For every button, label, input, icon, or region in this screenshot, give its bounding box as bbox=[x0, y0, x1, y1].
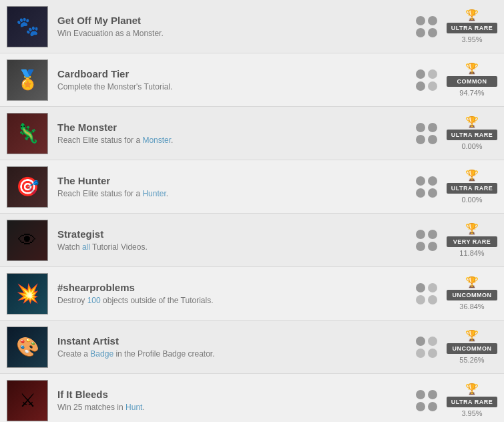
progress-dot bbox=[416, 81, 425, 91]
progress-dot bbox=[416, 69, 425, 79]
progress-dot bbox=[416, 16, 425, 25]
progress-dot bbox=[428, 230, 437, 239]
achievement-title: Strategist bbox=[57, 228, 416, 240]
achievement-icon: 💥 bbox=[7, 273, 48, 314]
rarity-percentage: 11.84% bbox=[459, 249, 484, 257]
achievement-desc: Complete the Monster's Tutorial. bbox=[57, 82, 416, 91]
progress-dot bbox=[428, 402, 437, 411]
achievement-icon: 🎨 bbox=[7, 327, 48, 368]
trophy-icon: 🏆 bbox=[465, 277, 479, 288]
rarity-label: UNCOMMON bbox=[447, 290, 497, 300]
achievement-dots bbox=[416, 230, 437, 251]
achievement-desc: Watch all Tutorial Videos. bbox=[57, 242, 416, 252]
achievement-desc: Win Evacuation as a Monster. bbox=[57, 29, 416, 38]
achievement-dots bbox=[416, 123, 437, 144]
progress-dot bbox=[428, 81, 437, 91]
achievement-text: If It BleedsWin 25 matches in Hunt. bbox=[57, 389, 416, 412]
achievement-text: The HunterReach Elite status for a Hunte… bbox=[57, 175, 416, 198]
achievement-badge: 🏆ULTRA RARE0.00% bbox=[447, 117, 497, 150]
achievement-badge: 🏆ULTRA RARE3.95% bbox=[447, 10, 497, 43]
achievement-dots bbox=[416, 69, 437, 91]
rarity-label: ULTRA RARE bbox=[447, 130, 497, 140]
achievement-row[interactable]: 🐾Get Off My PlanetWin Evacuation as a Mo… bbox=[0, 0, 504, 53]
progress-dot bbox=[416, 230, 425, 239]
trophy-icon: 🏆 bbox=[465, 170, 479, 181]
achievement-icon: 🐾 bbox=[7, 6, 48, 47]
achievement-title: If It Bleeds bbox=[57, 389, 416, 400]
achievement-text: Get Off My PlanetWin Evacuation as a Mon… bbox=[57, 15, 416, 38]
achievement-title: The Hunter bbox=[57, 175, 416, 186]
achievement-text: The MonsterReach Elite status for a Mons… bbox=[57, 122, 416, 145]
progress-dot bbox=[428, 295, 437, 304]
progress-dot bbox=[428, 16, 437, 25]
trophy-icon: 🏆 bbox=[465, 224, 479, 234]
trophy-icon: 🏆 bbox=[465, 10, 479, 21]
achievement-icon: 🦎 bbox=[7, 113, 48, 154]
progress-dot bbox=[428, 69, 437, 79]
progress-dot bbox=[416, 295, 425, 304]
achievement-badge: 🏆ULTRA RARE0.00% bbox=[447, 170, 497, 204]
achievement-icon: 👁 bbox=[7, 220, 48, 261]
progress-dot bbox=[416, 135, 425, 144]
achievement-dots bbox=[416, 337, 437, 358]
achievement-row[interactable]: 👁StrategistWatch all Tutorial Videos.🏆VE… bbox=[0, 214, 504, 267]
rarity-label: ULTRA RARE bbox=[447, 397, 497, 407]
achievement-badge: 🏆ULTRA RARE3.95% bbox=[447, 384, 497, 417]
rarity-percentage: 94.74% bbox=[459, 89, 484, 97]
rarity-label: ULTRA RARE bbox=[447, 183, 497, 194]
achievement-badge: 🏆VERY RARE11.84% bbox=[447, 224, 497, 257]
progress-dot bbox=[416, 337, 425, 346]
rarity-label: ULTRA RARE bbox=[447, 23, 497, 33]
progress-dot bbox=[428, 176, 437, 186]
rarity-label: COMMON bbox=[447, 76, 497, 87]
rarity-percentage: 3.95% bbox=[461, 409, 482, 417]
achievement-text: StrategistWatch all Tutorial Videos. bbox=[57, 228, 416, 252]
rarity-percentage: 0.00% bbox=[461, 142, 482, 150]
rarity-percentage: 3.95% bbox=[461, 35, 482, 43]
achievement-icon: 🎯 bbox=[7, 166, 48, 208]
progress-dot bbox=[428, 28, 437, 37]
trophy-icon: 🏆 bbox=[465, 384, 479, 395]
progress-dot bbox=[416, 283, 425, 292]
rarity-label: VERY RARE bbox=[447, 236, 497, 247]
achievement-title: Cardboard Tier bbox=[57, 68, 416, 79]
progress-dot bbox=[428, 390, 437, 399]
progress-dot bbox=[428, 188, 437, 198]
progress-dot bbox=[416, 176, 425, 186]
progress-dot bbox=[416, 390, 425, 399]
trophy-icon: 🏆 bbox=[465, 117, 479, 128]
achievement-badge: 🏆COMMON94.74% bbox=[447, 63, 497, 97]
achievement-desc: Create a Badge in the Profile Badge crea… bbox=[57, 349, 416, 359]
achievement-desc: Destroy 100 objects outside of the Tutor… bbox=[57, 296, 416, 305]
achievement-row[interactable]: 🦎The MonsterReach Elite status for a Mon… bbox=[0, 107, 504, 160]
achievement-desc: Reach Elite status for a Monster. bbox=[57, 136, 416, 145]
achievement-title: Get Off My Planet bbox=[57, 15, 416, 26]
progress-dot bbox=[428, 242, 437, 251]
achievement-desc: Win 25 matches in Hunt. bbox=[57, 403, 416, 412]
achievement-row[interactable]: 💥#shearproblemsDestroy 100 objects outsi… bbox=[0, 267, 504, 321]
achievement-dots bbox=[416, 283, 437, 304]
achievement-row[interactable]: ⚔If It BleedsWin 25 matches in Hunt.🏆ULT… bbox=[0, 374, 504, 422]
achievement-row[interactable]: 🏅Cardboard TierComplete the Monster's Tu… bbox=[0, 53, 504, 107]
achievement-dots bbox=[416, 390, 437, 411]
rarity-percentage: 0.00% bbox=[461, 196, 482, 204]
rarity-label: UNCOMMON bbox=[447, 343, 497, 354]
trophy-icon: 🏆 bbox=[465, 331, 479, 341]
achievement-text: Instant ArtistCreate a Badge in the Prof… bbox=[57, 335, 416, 359]
progress-dot bbox=[428, 123, 437, 132]
achievement-icon: 🏅 bbox=[7, 59, 48, 101]
progress-dot bbox=[428, 283, 437, 292]
achievement-desc: Reach Elite status for a Hunter. bbox=[57, 189, 416, 198]
achievement-badge: 🏆UNCOMMON36.84% bbox=[447, 277, 497, 310]
progress-dot bbox=[428, 349, 437, 358]
achievement-row[interactable]: 🎯The HunterReach Elite status for a Hunt… bbox=[0, 160, 504, 214]
achievement-row[interactable]: 🎨Instant ArtistCreate a Badge in the Pro… bbox=[0, 321, 504, 374]
rarity-percentage: 55.26% bbox=[459, 356, 484, 364]
progress-dot bbox=[416, 28, 425, 37]
achievement-dots bbox=[416, 16, 437, 37]
progress-dot bbox=[416, 188, 425, 198]
rarity-percentage: 36.84% bbox=[459, 302, 484, 310]
achievement-badge: 🏆UNCOMMON55.26% bbox=[447, 331, 497, 364]
trophy-icon: 🏆 bbox=[465, 63, 479, 74]
achievement-list: 🐾Get Off My PlanetWin Evacuation as a Mo… bbox=[0, 0, 504, 422]
